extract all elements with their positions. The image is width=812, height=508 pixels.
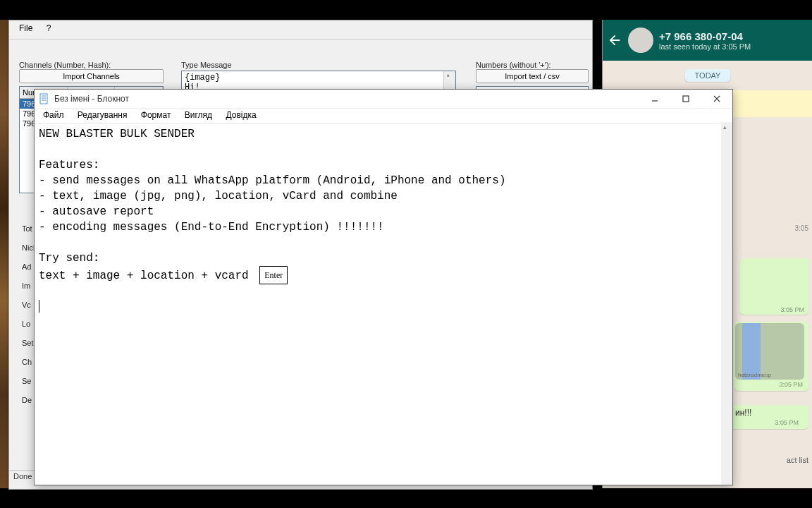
bubble-text: ин!!!	[735, 408, 803, 418]
text-line: NEW BLASTER BULK SENDER	[39, 128, 195, 140]
type-message-label: Type Message	[181, 61, 456, 69]
notepad-scrollbar[interactable]	[721, 122, 732, 485]
np-menu-file[interactable]: Файл	[37, 109, 70, 121]
bubble-time: 3:05 PM	[735, 418, 803, 428]
svg-rect-0	[40, 94, 47, 104]
chat-bubble-image[interactable]: 3:05 PM	[739, 258, 808, 315]
contact-name: +7 966 380-07-04	[659, 30, 808, 42]
notepad-menubar: Файл Редагування Формат Вигляд Довідка	[35, 109, 732, 123]
text-line: - encoding messages (End-to-End Encrypti…	[39, 221, 384, 234]
text-line: text + image + location + vcard	[39, 270, 249, 282]
message-line: {image}	[185, 73, 453, 83]
enter-key-hint: Enter	[259, 266, 288, 284]
date-badge: TODAY	[685, 69, 731, 82]
numbers-label: Numbers (without '+'):	[476, 61, 589, 69]
text-line: - text, image (jpg, png), location, vCar…	[39, 190, 398, 202]
back-arrow-icon[interactable]	[607, 32, 622, 48]
notepad-titlebar[interactable]: Без імені - Блокнот	[35, 90, 732, 109]
menu-file[interactable]: File	[13, 22, 38, 35]
chat-bubble-text[interactable]: ин!!! 3:05 PM	[730, 405, 808, 429]
avatar[interactable]	[628, 28, 653, 53]
notepad-textarea[interactable]: NEW BLASTER BULK SENDER Features: - send…	[35, 123, 732, 318]
notepad-title: Без імені - Блокнот	[54, 94, 639, 104]
text-line: - autosave report	[39, 205, 154, 218]
contact-status: last seen today at 3:05 PM	[659, 42, 808, 51]
desktop-background-strip	[0, 20, 8, 488]
np-menu-format[interactable]: Формат	[135, 109, 177, 121]
notepad-window: Без імені - Блокнот Файл Редагування Фор…	[34, 89, 733, 485]
import-channels-button[interactable]: Import Channels	[19, 69, 164, 83]
map-label: hateradmeop	[738, 372, 771, 378]
channels-label: Channels (Number, Hash):	[19, 61, 164, 69]
bubble-time: 3:05 PM	[776, 305, 808, 315]
text-caret	[39, 300, 39, 313]
map-thumbnail: hateradmeop	[735, 323, 804, 380]
menu-help[interactable]: ?	[41, 22, 57, 35]
bubble-time: 3:05 PM	[735, 380, 807, 389]
text-line: Try send:	[39, 252, 99, 265]
text-line: Features:	[39, 159, 99, 171]
close-button[interactable]	[701, 90, 732, 108]
timestamp: 3:05	[795, 224, 808, 232]
minimize-button[interactable]	[639, 90, 670, 108]
import-numbers-button[interactable]: Import text / csv	[476, 69, 589, 83]
svg-rect-5	[683, 96, 689, 102]
notepad-icon	[39, 93, 50, 104]
chat-bubble-location[interactable]: hateradmeop 3:05 PM	[734, 322, 808, 391]
np-menu-help[interactable]: Довідка	[220, 109, 262, 121]
menubar: File ?	[9, 20, 592, 40]
whatsapp-header: +7 966 380-07-04 last seen today at 3:05…	[603, 20, 812, 61]
contact-list-hint: act list	[787, 456, 808, 464]
text-line: - send messages on all WhatsApp platform…	[39, 174, 506, 187]
np-menu-view[interactable]: Вигляд	[179, 109, 218, 121]
np-menu-edit[interactable]: Редагування	[72, 109, 133, 121]
maximize-button[interactable]	[670, 90, 701, 108]
